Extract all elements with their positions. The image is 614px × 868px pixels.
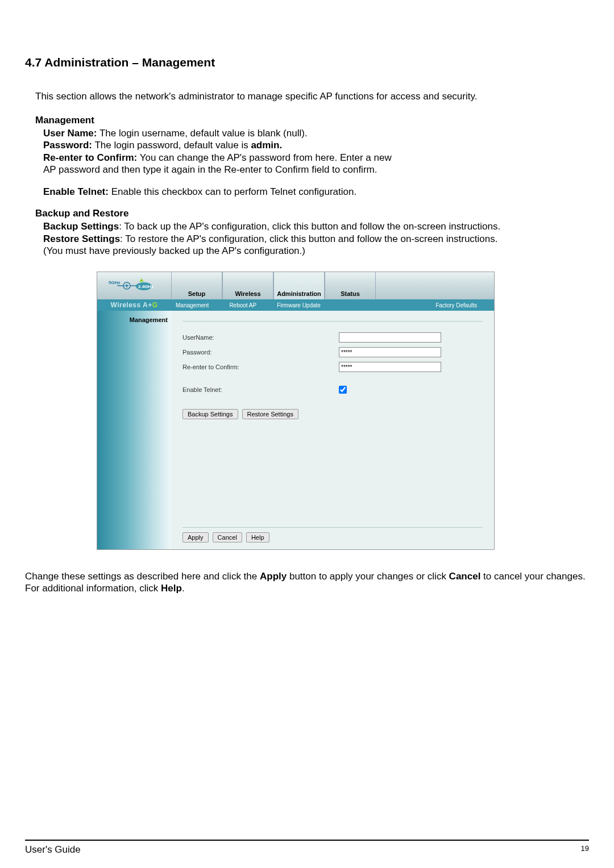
backup-restore-buttons: Backup Settings Restore Settings	[182, 409, 483, 419]
backup-settings-button[interactable]: Backup Settings	[182, 409, 238, 419]
screenshot-header: 5GHz 2.4GHz Setup Wireless Administratio…	[97, 272, 494, 299]
label-telnet: Enable Telnet:	[182, 386, 339, 393]
outro-paragraph: Change these settings as described here …	[25, 570, 589, 595]
tab-status[interactable]: Status	[325, 272, 376, 299]
subtab-reboot[interactable]: Reboot AP	[219, 302, 267, 308]
brand-label: Wireless A+G	[97, 301, 171, 309]
screenshot-footer-buttons: Apply Cancel Help	[182, 465, 483, 542]
admin-screenshot: 5GHz 2.4GHz Setup Wireless Administratio…	[97, 272, 495, 550]
intro-paragraph: This section allows the network's admini…	[25, 91, 589, 102]
screenshot-content: UserName: Password: Re-enter to Confirm:…	[171, 311, 494, 549]
input-reenter[interactable]	[339, 362, 441, 372]
apply-button[interactable]: Apply	[182, 532, 209, 542]
subtab-factory-defaults[interactable]: Factory Defaults	[425, 302, 494, 308]
logo: 5GHz 2.4GHz	[97, 272, 171, 299]
dualband-logo-icon: 5GHz 2.4GHz	[109, 277, 160, 294]
label-password: Password:	[182, 349, 339, 356]
backup-title: Backup and Restore	[25, 208, 589, 219]
help-button[interactable]: Help	[246, 532, 269, 542]
subtab-management[interactable]: Management	[171, 302, 219, 308]
tab-administration[interactable]: Administration	[273, 272, 325, 299]
divider	[182, 321, 483, 322]
svg-text:2.4GHz: 2.4GHz	[138, 284, 154, 289]
screenshot-sidebar: Management	[97, 311, 171, 549]
section-heading: 4.7 Administration – Management	[25, 56, 589, 69]
sidebar-section-label: Management	[97, 316, 168, 323]
backup-description: Backup Settings: To back up the AP's con…	[25, 220, 589, 257]
screenshot-body: Management UserName: Password: Re-enter …	[97, 311, 494, 549]
label-reenter: Re-enter to Confirm:	[182, 364, 339, 370]
restore-settings-button[interactable]: Restore Settings	[242, 409, 298, 419]
svg-text:5GHz: 5GHz	[109, 280, 120, 285]
management-title: Management	[25, 115, 589, 126]
management-description: User Name: The login username, default v…	[25, 127, 589, 198]
input-username[interactable]	[339, 332, 441, 343]
input-password[interactable]	[339, 347, 441, 357]
footer-title: User's Guide	[25, 844, 81, 856]
row-username: UserName:	[182, 332, 483, 343]
row-reenter: Re-enter to Confirm:	[182, 361, 483, 373]
checkbox-enable-telnet[interactable]	[339, 386, 347, 394]
page-footer: User's Guide 19	[25, 840, 589, 856]
label-username: UserName:	[182, 334, 339, 341]
page-number: 19	[581, 844, 589, 856]
row-telnet: Enable Telnet:	[182, 384, 483, 395]
row-password: Password:	[182, 347, 483, 358]
subtab-firmware[interactable]: Firmware Update	[267, 302, 331, 308]
cancel-button[interactable]: Cancel	[213, 532, 242, 542]
tab-wireless[interactable]: Wireless	[222, 272, 273, 299]
screenshot-subheader: Wireless A+G Management Reboot AP Firmwa…	[97, 299, 494, 311]
tab-spacer	[376, 272, 494, 299]
tab-setup[interactable]: Setup	[171, 272, 222, 299]
main-tabs: Setup Wireless Administration Status	[171, 272, 494, 299]
